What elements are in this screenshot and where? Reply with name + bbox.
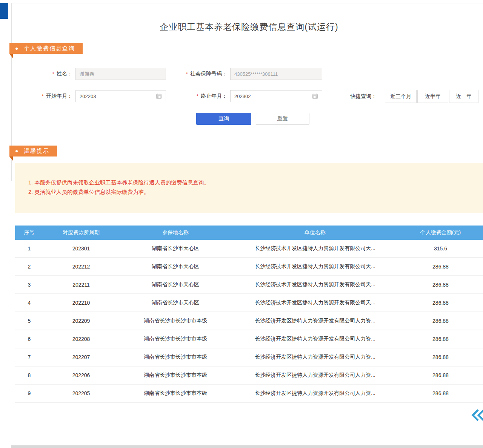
table-row: 6 202208 湖南省长沙市长沙市市本级 长沙经济开发区捷特人力资源开发有限公… [15,330,483,348]
header-period: 对应费款所属期 [43,229,119,236]
bullet-dot-icon [15,48,18,50]
tip-line: 1. 本服务仅提供尚未领取企业职工基本养老保险待遇人员的缴费信息查询。 [28,178,475,187]
table-row: 1 202301 湖南省长沙市天心区 长沙经济技术开发区捷特人力资源开发有限公司… [15,240,483,258]
quick-query-group: 近三个月 近半年 近一年 [385,90,478,103]
ssn-label: * 社会保障号码： [166,68,227,80]
table-row: 8 202206 湖南省长沙市长沙市市本级 长沙经济开发区捷特人力资源开发有限公… [15,367,483,385]
ssn-input[interactable] [230,68,322,80]
results-table: 序号 对应费款所属期 参保地名称 单位名称 个人缴费金额(元) 1 202301… [15,226,483,403]
cell-amount: 286.88 [398,300,483,306]
reset-button[interactable]: 重置 [256,113,309,125]
header-employer: 单位名称 [232,229,398,236]
cell-period: 202205 [43,390,119,396]
quick-last-half-year-button[interactable]: 近半年 [417,90,448,103]
cell-employer: 长沙经济技术开发区捷特人力资源开发有限公司天... [232,299,398,306]
cell-amount: 286.88 [398,390,483,396]
table-row: 7 202207 湖南省长沙市长沙市市本级 长沙经济开发区捷特人力资源开发有限公… [15,348,483,367]
cell-insured-place: 湖南省长沙市长沙市市本级 [119,354,232,361]
cell-amount: 286.88 [398,372,483,378]
cell-period: 202210 [43,300,119,306]
cell-index: 1 [15,245,43,252]
cell-index: 5 [15,318,43,324]
cell-index: 7 [15,354,43,360]
tips-notice-box: 1. 本服务仅提供尚未领取企业职工基本养老保险待遇人员的缴费信息查询。 2. 灵… [15,163,483,213]
ssn-label-text: 社会保障号码： [190,71,227,77]
table-row: 3 202211 湖南省长沙市天心区 长沙经济技术开发区捷特人力资源开发有限公司… [15,276,483,294]
cell-employer: 长沙经济技术开发区捷特人力资源开发有限公司天... [232,245,398,252]
cell-amount: 286.88 [398,282,483,288]
quick-last-3-months-button[interactable]: 近三个月 [385,90,417,103]
table-header-row: 序号 对应费款所属期 参保地名称 单位名称 个人缴费金额(元) [15,226,483,240]
quick-last-year-button[interactable]: 近一年 [449,90,478,103]
cell-employer: 长沙经济开发区捷特人力资源开发有限公司人力资... [232,318,398,324]
query-button[interactable]: 查询 [196,113,251,125]
section-badge-tips: 温馨提示 [9,146,57,156]
cell-insured-place: 湖南省长沙市天心区 [119,245,232,252]
cell-insured-place: 湖南省长沙市长沙市市本级 [119,318,232,324]
required-mark: * [186,71,188,77]
calendar-icon[interactable] [156,93,162,99]
cell-period: 202211 [43,282,119,288]
cell-amount: 286.88 [398,354,483,360]
cell-insured-place: 湖南省长沙市天心区 [119,263,232,270]
sidebar-corner-block [0,3,8,19]
start-month-label-text: 开始年月： [46,93,72,100]
cell-amount: 286.88 [398,318,483,324]
cell-employer: 长沙经济开发区捷特人力资源开发有限公司人力资... [232,372,398,379]
quick-query-label: 快捷查询： [350,90,377,103]
cell-period: 202208 [43,336,119,342]
cell-insured-place: 湖南省长沙市长沙市市本级 [119,390,232,397]
cell-period: 202206 [43,372,119,378]
required-mark: * [42,93,44,99]
name-label-text: 姓名： [57,71,72,77]
section-badge-tips-label: 温馨提示 [24,147,49,155]
double-chevron-left-icon[interactable] [470,408,483,424]
name-input[interactable] [75,68,166,80]
cell-index: 3 [15,282,43,288]
table-row: 9 202205 湖南省长沙市长沙市市本级 长沙经济开发区捷特人力资源开发有限公… [15,385,483,403]
header-insured-place: 参保地名称 [119,229,232,236]
cell-amount: 315.6 [398,245,483,252]
cell-index: 8 [15,372,43,378]
header-amount: 个人缴费金额(元) [398,229,483,236]
cell-period: 202209 [43,318,119,324]
table-row: 4 202210 湖南省长沙市天心区 长沙经济技术开发区捷特人力资源开发有限公司… [15,294,483,312]
cell-insured-place: 湖南省长沙市天心区 [119,299,232,306]
header-index: 序号 [15,229,43,236]
tip-line: 2. 灵活就业人员的缴费单位信息以实际缴费为准。 [28,187,475,197]
cell-employer: 长沙经济开发区捷特人力资源开发有限公司人力资... [232,336,398,342]
end-month-label: * 终止年月： [177,90,227,102]
cell-employer: 长沙经济技术开发区捷特人力资源开发有限公司天... [232,263,398,270]
end-month-field [230,90,322,102]
start-month-label: * 开始年月： [23,90,72,102]
cell-index: 9 [15,390,43,396]
pension-query-page: 企业职工基本养老保险缴费信息查询(试运行) 个人缴费信息查询 * 姓名： * 社… [0,0,483,448]
cell-period: 202212 [43,264,119,270]
calendar-icon[interactable] [312,93,318,99]
table-row: 5 202209 湖南省长沙市长沙市市本级 长沙经济开发区捷特人力资源开发有限公… [15,312,483,330]
cell-amount: 286.88 [398,336,483,342]
bottom-scroll-strip[interactable] [11,445,483,448]
page-title: 企业职工基本养老保险缴费信息查询(试运行) [15,21,483,33]
cell-period: 202207 [43,354,119,360]
cell-insured-place: 湖南省长沙市长沙市市本级 [119,372,232,379]
cell-index: 4 [15,300,43,306]
table-row: 2 202212 湖南省长沙市天心区 长沙经济技术开发区捷特人力资源开发有限公司… [15,258,483,276]
cell-employer: 长沙经济开发区捷特人力资源开发有限公司人力资... [232,390,398,397]
bullet-dot-icon [15,150,18,152]
cell-employer: 长沙经济技术开发区捷特人力资源开发有限公司天... [232,281,398,288]
cell-index: 6 [15,336,43,342]
cell-period: 202301 [43,245,119,252]
cell-employer: 长沙经济开发区捷特人力资源开发有限公司人力资... [232,354,398,361]
end-month-input[interactable] [231,91,312,102]
name-label: * 姓名： [30,68,72,80]
cell-index: 2 [15,264,43,270]
section-badge-query: 个人缴费信息查询 [9,43,83,54]
required-mark: * [52,71,54,77]
required-mark: * [197,93,198,99]
cell-insured-place: 湖南省长沙市天心区 [119,281,232,288]
cell-amount: 286.88 [398,264,483,270]
section-badge-query-label: 个人缴费信息查询 [24,45,75,52]
end-month-label-text: 终止年月： [201,93,227,100]
start-month-input[interactable] [76,91,156,102]
